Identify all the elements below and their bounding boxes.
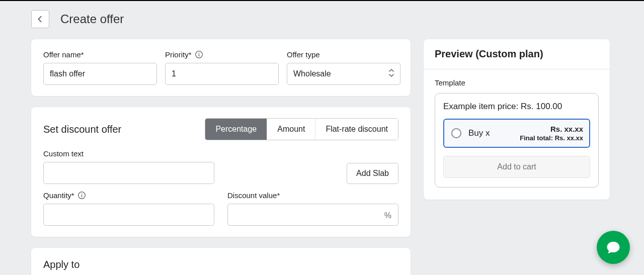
offer-type-field: Offer type bbox=[287, 50, 400, 85]
info-icon[interactable] bbox=[77, 191, 86, 200]
back-button[interactable] bbox=[31, 10, 49, 28]
discount-value-input[interactable] bbox=[227, 204, 398, 226]
offer-type-label: Offer type bbox=[287, 50, 400, 59]
apply-to-card: Apply to bbox=[31, 248, 411, 275]
radio-icon[interactable] bbox=[451, 128, 461, 138]
discount-offer-card: Set discount offer Percentage Amount Fla… bbox=[31, 107, 411, 237]
offer-name-input[interactable] bbox=[43, 63, 157, 85]
offer-details-card: Offer name* Priority* Offer typ bbox=[31, 39, 411, 96]
discount-type-segmented: Percentage Amount Flat-rate discount bbox=[205, 118, 398, 140]
custom-text-input[interactable] bbox=[43, 162, 214, 184]
svg-point-1 bbox=[198, 53, 199, 54]
priority-input[interactable] bbox=[165, 63, 279, 85]
priority-field: Priority* bbox=[165, 50, 279, 85]
discount-value-field: Discount value* % bbox=[227, 191, 398, 226]
quantity-input[interactable] bbox=[43, 204, 214, 226]
apply-to-title: Apply to bbox=[43, 259, 398, 270]
preview-title: Preview (Custom plan) bbox=[424, 39, 610, 69]
priority-label: Priority* bbox=[165, 50, 279, 59]
example-price: Example item price: Rs. 100.00 bbox=[443, 102, 590, 112]
discount-section-title: Set discount offer bbox=[43, 124, 121, 135]
add-slab-button[interactable]: Add Slab bbox=[347, 163, 398, 184]
svg-rect-5 bbox=[82, 195, 82, 197]
add-to-cart-button[interactable]: Add to cart bbox=[443, 156, 590, 178]
discount-value-label: Discount value* bbox=[227, 191, 398, 200]
percent-suffix: % bbox=[384, 211, 391, 220]
buy-x-label: Buy x bbox=[468, 128, 490, 138]
buy-option[interactable]: Buy x Rs. xx.xx Final total: Rs. xx.xx bbox=[443, 119, 590, 148]
page-title: Create offer bbox=[60, 12, 124, 26]
template-label: Template bbox=[435, 78, 599, 87]
svg-rect-2 bbox=[198, 54, 199, 56]
quantity-field: Quantity* bbox=[43, 191, 214, 226]
svg-point-4 bbox=[81, 194, 82, 195]
custom-text-field: Custom text bbox=[43, 149, 214, 184]
offer-name-field: Offer name* bbox=[43, 50, 157, 85]
arrow-left-icon bbox=[36, 15, 45, 24]
tab-percentage[interactable]: Percentage bbox=[205, 119, 267, 140]
template-box: Example item price: Rs. 100.00 Buy x Rs.… bbox=[435, 93, 599, 188]
quantity-label: Quantity* bbox=[43, 191, 214, 200]
info-icon[interactable] bbox=[195, 50, 203, 59]
option-price: Rs. xx.xx bbox=[520, 125, 583, 133]
tab-amount[interactable]: Amount bbox=[267, 119, 315, 140]
custom-text-label: Custom text bbox=[43, 149, 214, 158]
tab-flat-rate[interactable]: Flat-rate discount bbox=[315, 119, 398, 140]
page-header: Create offer bbox=[31, 10, 613, 28]
chat-icon bbox=[606, 240, 621, 255]
offer-name-label: Offer name* bbox=[43, 50, 157, 59]
option-final-total: Final total: Rs. xx.xx bbox=[520, 134, 583, 142]
chat-fab[interactable] bbox=[597, 231, 630, 264]
offer-type-select[interactable] bbox=[287, 63, 400, 85]
preview-card: Preview (Custom plan) Template Example i… bbox=[424, 39, 610, 200]
